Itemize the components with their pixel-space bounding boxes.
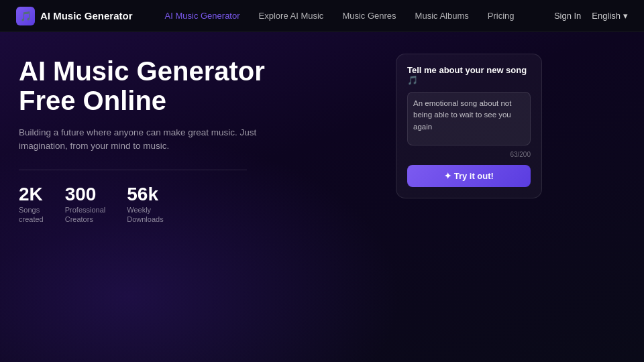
hero-left: AI Music Generator Free Online Building … [19, 56, 374, 362]
logo-text: AI Music Generator [40, 10, 133, 21]
nav-link-genres[interactable]: Music Genres [342, 11, 396, 21]
language-selector[interactable]: English ▾ [592, 11, 628, 21]
hero-section: AI Music Generator Free Online Building … [0, 32, 644, 362]
hero-divider [19, 170, 247, 170]
hero-subtitle: Building a future where anyone can make … [19, 126, 274, 154]
try-it-out-button[interactable]: ✦ Try it out! [407, 165, 531, 187]
nav-right: Sign In English ▾ [554, 11, 628, 21]
song-description-input[interactable]: An emotional song about not being able t… [407, 92, 531, 145]
hero-title: AI Music Generator Free Online [19, 56, 374, 115]
card-title: Tell me about your new song 🎵 [407, 65, 531, 85]
nav-link-albums[interactable]: Music Albums [415, 11, 469, 21]
hero-stats: 2K Songs created 300 Professional Creato… [19, 184, 374, 225]
stat-creators: 300 Professional Creators [65, 184, 106, 225]
nav-link-explore[interactable]: Explore AI Music [259, 11, 324, 21]
stat-downloads: 56k Weekly Downloads [127, 184, 163, 225]
char-count: 63/200 [407, 151, 531, 158]
song-generator-card: Tell me about your new song 🎵 An emotion… [396, 54, 542, 198]
navbar: 🎵 AI Music Generator AI Music Generator … [0, 0, 644, 32]
nav-links: AI Music Generator Explore AI Music Musi… [165, 11, 554, 21]
chevron-down-icon: ▾ [623, 11, 628, 21]
nav-link-ai-music-generator[interactable]: AI Music Generator [165, 11, 240, 21]
logo-icon: 🎵 [16, 7, 35, 25]
stat-songs: 2K Songs created [19, 184, 44, 225]
nav-logo[interactable]: 🎵 AI Music Generator [16, 7, 133, 25]
nav-link-pricing[interactable]: Pricing [488, 11, 515, 21]
signin-button[interactable]: Sign In [554, 11, 581, 21]
